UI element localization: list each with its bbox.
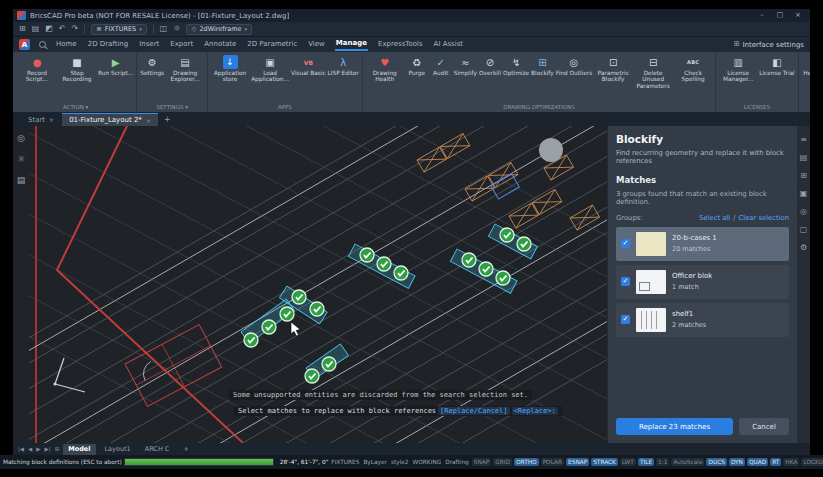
group-item[interactable]: ✓ Officer blok1 match	[616, 265, 789, 299]
toggle-scale[interactable]: 1:1	[656, 458, 669, 466]
clear-selection-link[interactable]: Clear selection	[739, 214, 790, 222]
toggle-lwt[interactable]: LWT	[620, 458, 636, 466]
sun-icon[interactable]: ☼	[173, 25, 180, 33]
select-all-link[interactable]: Select all	[699, 214, 730, 222]
visual-style-dropdown[interactable]: ◇ 2dWireframe ▾	[186, 24, 252, 35]
display-panel-icon[interactable]: ▢	[800, 226, 808, 234]
group-item[interactable]: ✓ 20-b-cases 120 matches	[616, 227, 789, 261]
layout-tab-model[interactable]: Model	[63, 444, 95, 455]
cancel-button[interactable]: Cancel	[739, 418, 789, 435]
toggle-snap[interactable]: SNAP	[472, 458, 491, 466]
last-layout-icon[interactable]: ▶|	[45, 446, 51, 452]
layout-list-icon[interactable]: ⊞	[55, 446, 60, 452]
toggle-lockui[interactable]: LOCKUI	[801, 458, 823, 466]
command-prompt[interactable]: Select matches to replace with block ref…	[234, 406, 562, 416]
toggle-esnap[interactable]: ESNAP	[566, 458, 589, 466]
drawing-viewport[interactable]: Some unsupported entities are discarded …	[29, 126, 607, 443]
render-panel-icon[interactable]: ◎	[800, 208, 807, 216]
record-script-button[interactable]: ●Record Script...	[17, 53, 57, 85]
tab-view[interactable]: View	[307, 39, 326, 50]
application-store-button[interactable]: ↓Application store	[210, 53, 250, 85]
replace-matches-button[interactable]: Replace 23 matches	[616, 418, 733, 435]
tab-manage[interactable]: Manage	[335, 38, 368, 51]
undo-icon[interactable]: ↶	[59, 25, 66, 33]
ribbon-group-caption[interactable]: SETTINGS ▾	[139, 103, 205, 112]
optimize-button[interactable]: ↯Optimize	[502, 53, 530, 78]
bricscad-logo-icon[interactable]: A	[19, 39, 30, 50]
minimize-button[interactable]: –	[754, 9, 770, 22]
settings-panel-icon[interactable]: ⚙	[800, 244, 807, 252]
group-checkbox[interactable]: ✓	[621, 277, 630, 286]
current-layer-field[interactable]: FIXTURES	[330, 459, 360, 465]
check-spelling-button[interactable]: ABCCheck Spelling	[673, 53, 713, 85]
open-file-icon[interactable]: ▤	[32, 25, 40, 33]
text-style-field[interactable]: style2	[390, 459, 410, 465]
blockify-button[interactable]: ⊞Blockify	[530, 53, 555, 78]
blocks-panel-icon[interactable]: ▣	[800, 190, 808, 198]
license-manager-button[interactable]: ▥License Manager...	[718, 53, 758, 85]
group-item[interactable]: ✓ shelf12 matches	[616, 303, 789, 337]
run-script-button[interactable]: ▶Run Script...	[97, 53, 134, 78]
layout-tab-arch-c[interactable]: ARCH C	[140, 444, 175, 455]
prev-layout-icon[interactable]: ◀	[28, 446, 32, 452]
monitor-icon[interactable]: ◫	[160, 25, 168, 33]
toggle-rt[interactable]: RT	[770, 458, 781, 466]
group-checkbox[interactable]: ✓	[621, 315, 630, 324]
purge-button[interactable]: ♻Purge	[405, 53, 429, 78]
current-color-field[interactable]: ByLayer	[362, 459, 388, 465]
stop-recording-button[interactable]: ■Stop Recording	[57, 53, 97, 85]
interface-settings[interactable]: ⊞ Interface settings	[734, 41, 804, 49]
prompt-default[interactable]: <Replace>:	[512, 407, 558, 415]
tab-home[interactable]: Home	[55, 39, 78, 50]
next-layout-icon[interactable]: ▶	[36, 446, 40, 452]
layers-panel-icon[interactable]: ▤	[800, 154, 808, 162]
toggle-polar[interactable]: POLAR	[541, 458, 564, 466]
load-application-button[interactable]: ▣Load Application...	[250, 53, 290, 85]
ribbon-group-caption[interactable]: HELP ▾	[801, 103, 810, 112]
toggle-quad[interactable]: QUAD	[747, 458, 768, 466]
tab-2d-parametric[interactable]: 2D Parametric	[246, 39, 298, 50]
simplify-button[interactable]: ≈Simplify	[453, 53, 478, 78]
tab-expresstools[interactable]: ExpressTools	[377, 39, 424, 50]
lisp-editor-button[interactable]: λLISP Editor	[327, 53, 360, 78]
license-trial-button[interactable]: ◧License Trial	[758, 53, 796, 78]
maximize-button[interactable]: □	[772, 9, 788, 22]
tab-export[interactable]: Export	[169, 39, 194, 50]
app-grid-icon[interactable]: ⊞	[19, 25, 26, 33]
prompt-options[interactable]: [Replace/Cancel]	[438, 407, 509, 415]
tab-annotate[interactable]: Annotate	[203, 39, 237, 50]
tab-2d-drafting[interactable]: 2D Drafting	[87, 39, 130, 50]
visual-basic-button[interactable]: VBVisual Basic	[290, 53, 327, 78]
drawing-explorer-button[interactable]: ▤Drawing Explorer...	[165, 53, 205, 85]
tab-ai-assist[interactable]: AI Assist	[433, 39, 465, 50]
toggle-dyn[interactable]: DYN	[729, 458, 745, 466]
layout-tab-layout1[interactable]: Layout1	[100, 444, 136, 455]
search-icon[interactable]	[39, 41, 46, 48]
first-layout-icon[interactable]: |◀	[18, 446, 24, 452]
find-outliers-button[interactable]: ◎Find Outliers	[555, 53, 593, 78]
toggle-tile[interactable]: TILE	[638, 458, 654, 466]
redo-icon[interactable]: ↷	[72, 25, 79, 33]
tool-palettes-icon[interactable]: ⊞	[800, 172, 807, 180]
close-tab-icon[interactable]: ×	[49, 116, 54, 123]
audit-button[interactable]: ✓Audit	[429, 53, 453, 78]
close-tab-icon[interactable]: ×	[146, 117, 151, 124]
delete-unused-parameters-button[interactable]: ⊟Delete Unused Parameters	[633, 53, 673, 91]
toggle-autoscale[interactable]: AutoScale	[671, 458, 704, 466]
parametric-blockify-button[interactable]: ⊡Parametric Blockify	[593, 53, 633, 85]
workspace-dropdown[interactable]: ≣ FIXTURES ▾	[91, 24, 146, 35]
tab-insert[interactable]: Insert	[138, 39, 160, 50]
group-checkbox[interactable]: ✓	[621, 239, 630, 248]
toggle-grid[interactable]: GRID	[493, 458, 512, 466]
toggle-ducs[interactable]: DUCS	[706, 458, 726, 466]
help-button[interactable]: ?Help...	[801, 53, 810, 78]
cursor-mode-field[interactable]: Drafting	[444, 459, 470, 465]
doc-tab-start[interactable]: Start×	[21, 113, 61, 126]
new-tab-button[interactable]: +	[159, 113, 176, 126]
properties-panel-icon[interactable]: ≡	[800, 136, 807, 144]
layers-icon[interactable]: ▤	[17, 176, 26, 185]
overkill-button[interactable]: ⊘Overkill	[478, 53, 502, 78]
navigation-wheel-icon[interactable]: ◎	[17, 134, 25, 143]
doc-tab-fixture-layout[interactable]: 01-Fixture_Layout 2*×	[62, 113, 158, 126]
workspace-field[interactable]: WORKING	[412, 459, 443, 465]
